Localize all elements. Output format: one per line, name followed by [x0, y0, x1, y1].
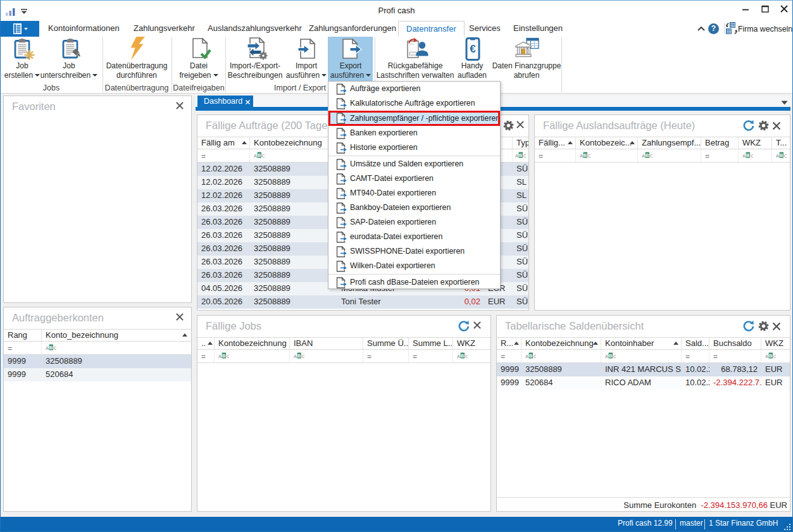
- svg-text:€: €: [470, 43, 476, 55]
